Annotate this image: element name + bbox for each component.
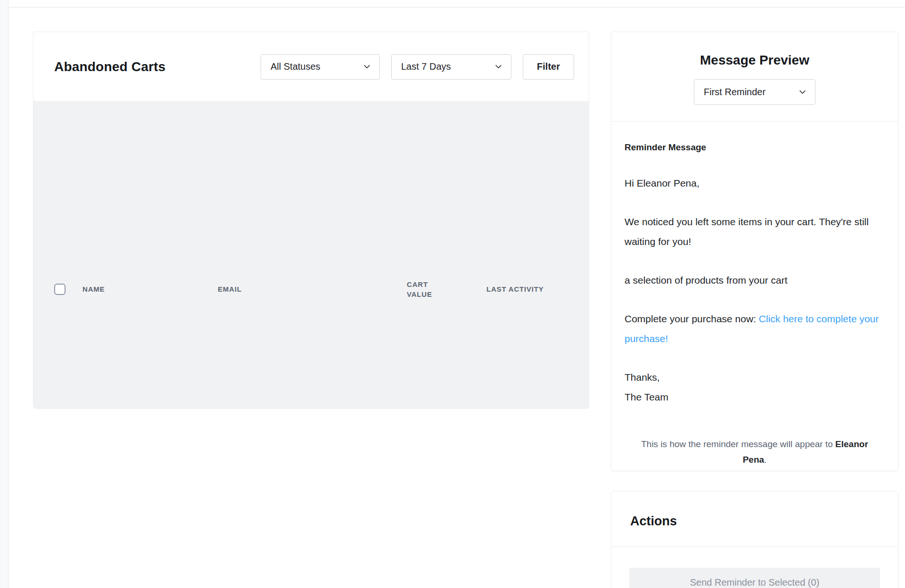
date-range-value: Last 7 Days	[401, 61, 451, 72]
preview-footer-note: This is how the reminder message will ap…	[625, 436, 885, 467]
actions-title: Actions	[630, 514, 879, 529]
right-column: Message Preview First Reminder Reminder …	[611, 32, 898, 588]
chevron-down-icon	[363, 63, 371, 71]
send-reminder-button[interactable]: Send Reminder to Selected (0)	[629, 568, 880, 588]
date-range-select[interactable]: Last 7 Days	[391, 54, 511, 80]
message-preview-header: Message Preview First Reminder	[611, 32, 898, 122]
carts-filter-controls: All Statuses Last 7 Days Filter	[261, 54, 574, 80]
abandoned-carts-title: Abandoned Carts	[54, 59, 165, 74]
actions-header: Actions	[611, 491, 898, 547]
chevron-down-icon	[494, 63, 502, 71]
actions-card: Actions Send Reminder to Selected (0)	[611, 491, 898, 588]
page-left-gutter	[0, 0, 8, 588]
actions-body: Send Reminder to Selected (0)	[611, 547, 898, 588]
reminder-message-label: Reminder Message	[625, 142, 885, 153]
footer-suffix-text: .	[764, 455, 766, 465]
column-header-name: NAME	[82, 285, 218, 293]
message-preview-body: Reminder Message Hi Eleanor Pena, We not…	[611, 122, 898, 467]
reminder-template-select[interactable]: First Reminder	[694, 79, 815, 105]
filter-button[interactable]: Filter	[523, 54, 574, 80]
column-header-email: EMAIL	[218, 285, 407, 293]
message-greeting: Hi Eleanor Pena,	[625, 173, 885, 193]
cta-prefix-text: Complete your purchase now:	[625, 313, 759, 324]
select-all-checkbox[interactable]	[54, 284, 66, 295]
message-paragraph-2: a selection of products from your cart	[625, 270, 885, 290]
reminder-template-value: First Reminder	[704, 87, 765, 98]
abandoned-carts-header: Abandoned Carts All Statuses Last 7 Days…	[33, 32, 589, 101]
message-preview-title: Message Preview	[611, 53, 898, 68]
main-content: Abandoned Carts All Statuses Last 7 Days…	[33, 32, 898, 588]
status-filter-select[interactable]: All Statuses	[261, 54, 380, 80]
message-cta-line: Complete your purchase now: Click here t…	[625, 309, 885, 349]
table-header-row: NAME EMAIL CART VALUE LAST ACTIVITY	[33, 101, 589, 408]
chevron-down-icon	[798, 88, 806, 96]
message-paragraph-1: We noticed you left some items in your c…	[625, 212, 885, 252]
status-filter-value: All Statuses	[271, 61, 321, 72]
footer-prefix-text: This is how the reminder message will ap…	[641, 439, 835, 449]
column-header-cart-value: CART VALUE	[407, 279, 447, 299]
message-closing-thanks: Thanks,	[625, 368, 885, 387]
message-preview-card: Message Preview First Reminder Reminder …	[611, 32, 898, 471]
message-closing-team: The Team	[625, 387, 885, 407]
abandoned-carts-card: Abandoned Carts All Statuses Last 7 Days…	[33, 32, 589, 408]
column-header-last-activity: LAST ACTIVITY	[486, 285, 589, 293]
page-top-divider	[9, 7, 905, 8]
